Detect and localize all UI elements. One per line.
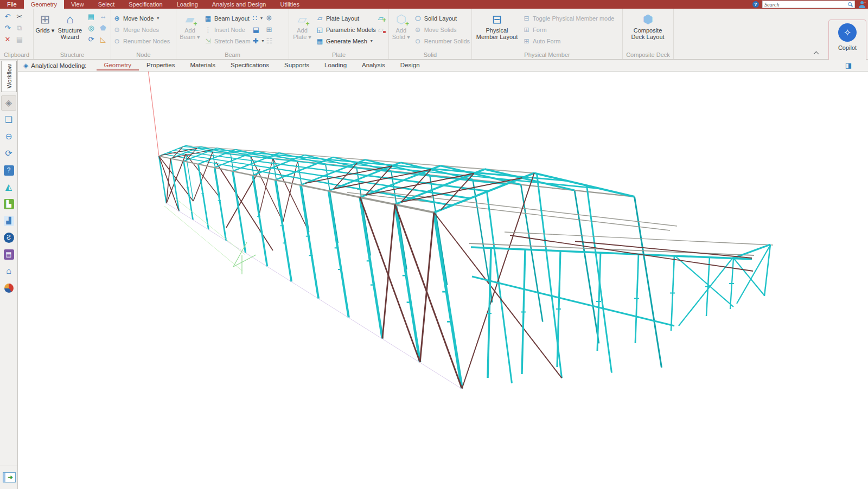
structure-wizard-button[interactable]: ⌂Structure Wizard [57,11,83,47]
interop-sync-workflow[interactable]: ⟳ [1,146,16,161]
building-planner-workflow-icon: ? [4,165,14,176]
parametric-models-item-icon: ◱ [316,26,324,34]
copilot-icon: ✧ [838,23,857,42]
tab-materials[interactable]: Materials [182,60,223,70]
menu-select[interactable]: Select [91,0,122,9]
collapse-ribbon-chevron-icon[interactable] [814,51,819,55]
mirror-icon[interactable]: ⇔ [97,11,109,22]
beam-cube-icon[interactable]: ⬓ [253,26,259,33]
editor-workflow[interactable]: ▤ [1,247,16,262]
grids-button-icon[interactable]: ⊞ [40,14,50,25]
merge-beams-icon[interactable]: ⊞ [266,26,272,33]
account-button[interactable] [858,1,866,8]
beam-layout-item[interactable]: ▦Beam Layout [204,12,251,24]
expand-panel-button[interactable]: ➔ [3,472,16,482]
menu-view[interactable]: View [64,0,91,9]
translational-repeat-icon[interactable]: ▤ [85,11,97,22]
plate-layout-item[interactable]: ▱Plate Layout [316,12,376,24]
workflow-tabstrip: ◈ Analytical Modeling: GeometryPropertie… [18,60,868,72]
menu-utilities[interactable]: Utilities [273,0,306,9]
composite-deck-layout-button-icon[interactable]: ⬢ [642,14,653,25]
connect-services-workflow[interactable]: ⌂ [1,263,16,279]
move-node-item-label: Move Node [123,15,154,22]
tab-geometry[interactable]: Geometry [97,60,139,70]
help-icon[interactable]: ? [752,1,759,8]
move-node-item[interactable]: ⊕Move Node▾ [113,12,170,24]
physical-member-layout-button[interactable]: ⊟Physical Member Layout [474,11,520,47]
generate-mesh-item[interactable]: ▦Generate Mesh▾ [316,35,376,47]
insert-node-item[interactable]: ⋮Insert Node [204,24,251,35]
analytical-modeling-icon: ◈ [23,62,28,69]
advanced-analysis-workflow[interactable]: ▟ [1,213,16,228]
renumber-solids-item-label: Renumber Solids [424,38,470,44]
structural-model-3d-view[interactable] [18,72,868,489]
search-icon[interactable] [847,2,853,7]
sidebar-divider [0,466,17,466]
break-beams-icon: ☷ [266,37,273,44]
connect-beams-icon[interactable]: ∷ [253,15,257,22]
analytical-modeling-workflow[interactable]: ◈ [1,95,16,111]
intersect-beams-icon[interactable]: ❋ [266,15,272,22]
openstaad-workflow[interactable]: Ƨ [1,230,16,245]
menu-loading[interactable]: Loading [170,0,205,9]
composite-deck-layout-button[interactable]: ⬢Composite Deck Layout [624,11,671,47]
add-plate-quick-icon[interactable]: ▱+ [378,15,384,22]
toggle-physical-member-item[interactable]: ⊟Toggle Physical Member mode [522,12,614,24]
tab-specifications[interactable]: Specifications [223,60,277,70]
copilot-label: Copilot [838,44,857,51]
grids-button[interactable]: ⊞Grids ▾ [35,11,55,47]
add-solid-button[interactable]: ⬡+Add Solid ▾ [391,11,412,47]
move-beam-icon[interactable]: ✚ [253,37,259,44]
renumber-solids-item[interactable]: ⊜Renumber Solids [414,35,470,47]
menu-specification[interactable]: Specification [122,0,169,9]
structure-wizard-button-label: Structure Wizard [58,27,82,40]
physical-modeling-workflow[interactable]: ❏ [1,112,16,127]
menu-file[interactable]: File [0,0,24,9]
tab-supports[interactable]: Supports [277,60,317,70]
move-solids-item[interactable]: ⊕Move Solids [414,24,470,35]
renumber-nodes-item[interactable]: ⊜Renumber Nodes [113,35,170,47]
cut-icon[interactable]: ✂ [14,11,25,22]
undo-icon[interactable]: ↶ [2,11,14,22]
beam-layout-item-icon: ▦ [204,15,212,22]
parametric-models-item[interactable]: ◱Parametric Models [316,24,376,35]
redo-icon[interactable]: ↷ [2,22,14,34]
tab-design[interactable]: Design [393,60,427,70]
menu-analysis-and-design[interactable]: Analysis and Design [205,0,273,9]
search-box[interactable] [762,1,855,8]
delete-icon[interactable]: ✕ [2,34,14,45]
piping-workflow[interactable]: ◭ [1,179,16,195]
building-planner-workflow[interactable]: ? [1,163,16,178]
rotate-structure-icon[interactable]: ⟳ [85,34,97,45]
menu-geometry[interactable]: Geometry [24,0,64,9]
toggle-physical-member-item-icon: ⊟ [522,15,531,22]
auto-form-item[interactable]: ⊞Auto Form [522,35,614,47]
tab-loading[interactable]: Loading [317,60,354,70]
model-viewport[interactable] [18,72,868,489]
circular-repeat-icon[interactable]: ◎ [85,22,97,34]
add-beam-button[interactable]: ▰+Add Beam ▾ [178,11,202,47]
merge-nodes-item[interactable]: ⊙Merge Nodes [113,24,170,35]
view-layout-icon[interactable]: ◨ [845,61,852,69]
measure-icon[interactable]: ◺ [97,34,109,45]
ribbon-group-physical-member: ⊟Physical Member Layout⊟Toggle Physical … [472,9,623,59]
steel-awc-workflow[interactable]: ▙ [1,196,16,211]
tab-analysis[interactable]: Analysis [354,60,393,70]
search-input[interactable] [764,2,847,8]
structure-wizard-button-icon[interactable]: ⌂ [66,14,73,25]
ribbon-group-structure: ⊞Grids ▾⌂Structure Wizard▤⇔◎⬟⟳◺Structure [34,9,111,59]
reports-workflow[interactable] [1,280,16,295]
stretch-beam-item[interactable]: ⇲Stretch Beam [204,35,251,47]
pipe-link-workflow[interactable]: ⊖ [1,129,16,144]
ribbon-group-label-physical-member: Physical Member [472,52,622,58]
tab-properties[interactable]: Properties [139,60,182,70]
ribbon-group-solid: ⬡+Add Solid ▾⬡Solid Layout⊕Move Solids⊜R… [389,9,472,59]
workflow-panel-tab[interactable]: Workflow [1,61,17,92]
form-item[interactable]: ⊞Form [522,24,614,35]
ribbon-group-label-composite-deck: Composite Deck [623,52,673,58]
generate-surface-icon[interactable]: ⬟ [97,22,109,34]
add-plate-button[interactable]: ▱+Add Plate ▾ [291,11,314,47]
physical-member-layout-button-icon[interactable]: ⊟ [492,14,502,25]
solid-layout-item[interactable]: ⬡Solid Layout [414,12,470,24]
steel-awc-workflow-icon: ▙ [4,199,14,209]
